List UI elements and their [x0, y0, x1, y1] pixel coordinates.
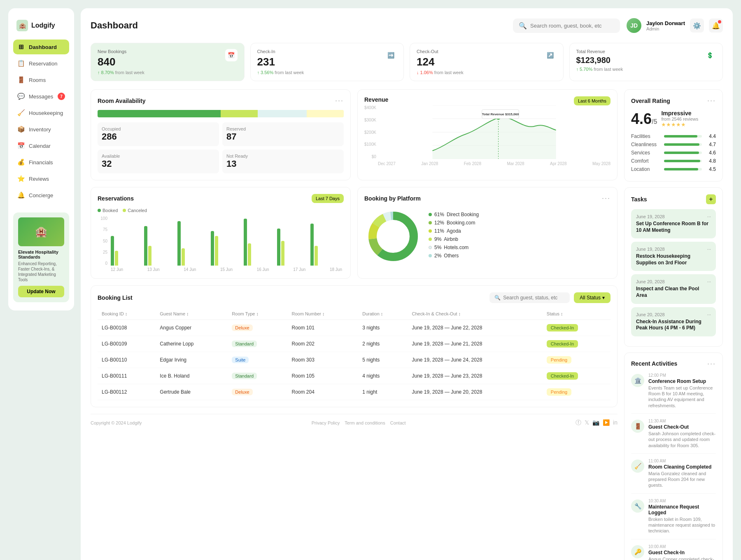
occupied-label: Occupied [102, 126, 215, 131]
facebook-icon[interactable]: ⓕ [576, 419, 581, 427]
stat-new-bookings: New Bookings 840 ↑ 8.70% from last week … [91, 43, 245, 81]
bar-group [211, 231, 242, 266]
room-number-cell: Room 101 [288, 320, 359, 336]
rating-bar-fill [664, 168, 698, 170]
sidebar-item-housekeeping[interactable]: 🧹 Housekeeping [13, 105, 69, 120]
platform-item: 2% Others [429, 253, 611, 259]
sidebar-item-label: Financials [29, 159, 53, 166]
booking-id-cell: LG-B00110 [98, 352, 156, 368]
revenue-chart-area: $400K $300K $200K $100K $0 [364, 105, 611, 166]
status-filter-button[interactable]: All Status ▾ [574, 292, 611, 303]
sidebar-item-reservation[interactable]: 📋 Reservation [13, 56, 69, 71]
activity-content: 11:30 AM Guest Check-Out Sarah Johnson c… [648, 419, 716, 448]
sidebar-item-dashboard[interactable]: ⊞ Dashboard [13, 40, 69, 54]
bar-group [310, 224, 342, 266]
recent-activities-card: Recent Activities ··· 🏛️ 12:00 PM Confer… [624, 352, 723, 560]
x-label: Mar 2028 [507, 161, 524, 166]
canceled-bar [182, 248, 185, 266]
booking-search-input[interactable] [503, 295, 565, 301]
notifications-button[interactable]: 🔔 [709, 19, 723, 33]
youtube-icon[interactable]: ▶️ [603, 419, 610, 427]
y-label: $100K [364, 142, 376, 147]
platform-list: 61% Direct Booking 12% Booking.com 11% A… [429, 212, 611, 261]
room-availability-card: Room Availability ··· Occupied [91, 89, 351, 180]
not-ready-segment [307, 110, 344, 117]
x-label: Feb 2028 [464, 161, 481, 166]
room-type-cell: Standard [228, 368, 287, 384]
settings-button[interactable]: ⚙️ [690, 19, 704, 33]
activities-menu[interactable]: ··· [707, 359, 716, 368]
terms-link[interactable]: Term and conditions [345, 420, 385, 425]
booked-bar [310, 224, 314, 266]
guest-name-cell: Edgar Irving [156, 352, 228, 368]
category-score: 4.5 [706, 166, 716, 172]
room-availability-title: Room Availability [98, 98, 145, 104]
activity-time: 11:30 AM [648, 419, 716, 423]
booking-id-cell: LG-B00112 [98, 384, 156, 400]
rating-label: Impressive [661, 110, 698, 117]
status-cell: Checked-In [543, 336, 611, 352]
booking-platform-menu[interactable]: ··· [602, 194, 611, 203]
donut-chart-area: 61% Direct Booking 12% Booking.com 11% A… [364, 208, 611, 265]
col-guest-name: Guest Name ↕ [156, 308, 228, 320]
instagram-icon[interactable]: 📷 [592, 419, 599, 427]
search-input[interactable] [530, 23, 614, 29]
rating-bar-bg [664, 168, 702, 170]
bar-y-axis: 1007550250 [98, 216, 109, 266]
activity-time: 12:00 PM [648, 373, 716, 378]
dates-cell: June 19, 2028 — June 20, 2028 [408, 384, 543, 400]
update-now-button[interactable]: Update Now [18, 286, 64, 297]
y-label: $0 [364, 154, 376, 159]
room-number-cell: Room 204 [288, 384, 359, 400]
sidebar-item-label: Calendar [29, 143, 51, 149]
activity-description: Angus Copper completed check-in process … [648, 556, 716, 560]
privacy-link[interactable]: Privacy Policy [312, 420, 340, 425]
col-status: Status ↕ [543, 308, 611, 320]
activity-title: Maintenance Request Logged [648, 504, 716, 516]
table-row: LG-B00108 Angus Copper Deluxe Room 101 3… [98, 320, 611, 336]
x-label: Jan 2028 [421, 161, 438, 166]
calendar-stat-icon: 📅 [225, 49, 238, 61]
contact-link[interactable]: Contact [390, 420, 406, 425]
rating-category-row: Cleanliness 4.7 [631, 142, 716, 147]
activity-list: 🏛️ 12:00 PM Conference Room Setup Events… [631, 373, 716, 560]
search-bar[interactable]: 🔍 [513, 19, 620, 33]
rating-menu[interactable]: ··· [707, 96, 716, 105]
revenue-period-button[interactable]: Last 6 Months [574, 96, 611, 105]
rating-reviews: from 2546 reviews [661, 117, 698, 121]
user-area: JD Jaylon Dorwart Admin ⚙️ 🔔 [627, 18, 723, 33]
sidebar-item-reviews[interactable]: ⭐ Reviews [13, 171, 69, 186]
booking-search[interactable]: 🔍 [489, 292, 570, 303]
tasks-card: Tasks + June 19, 2028··· Set Up Conferen… [624, 187, 723, 347]
user-info: Jaylon Dorwart Admin [646, 20, 685, 31]
task-item: June 19, 2028··· Set Up Conference Room … [631, 209, 716, 238]
reservations-period-button[interactable]: Last 7 Days [312, 194, 344, 203]
sidebar-item-inventory[interactable]: 📦 Inventory [13, 122, 69, 137]
category-name: Comfort [631, 158, 660, 164]
task-date: June 20, 2028··· [636, 312, 711, 317]
add-task-button[interactable]: + [706, 194, 716, 204]
category-name: Services [631, 150, 660, 156]
booking-list-card: Booking List 🔍 All Status ▾ Bo [91, 285, 618, 407]
platform-item: 9% Airbnb [429, 236, 611, 242]
sidebar-item-financials[interactable]: 💰 Financials [13, 155, 69, 170]
sidebar-item-concierge[interactable]: 🔔 Concierge [13, 188, 69, 203]
y-label: $400K [364, 105, 376, 110]
room-availability-menu[interactable]: ··· [335, 96, 344, 105]
room-type-cell: Suite [228, 352, 287, 368]
promo-card: 🏨 Elevate Hospitality Standards Enhanced… [13, 212, 69, 302]
y-axis-labels: $400K $300K $200K $100K $0 [364, 105, 378, 159]
rating-overall: 4.6/5 Impressive from 2546 reviews ★★★★★ [631, 110, 716, 128]
linkedin-icon[interactable]: in [613, 419, 618, 427]
svg-text:Total Revenue $315,060: Total Revenue $315,060 [482, 112, 519, 116]
not-ready-value: 13 [226, 159, 340, 169]
activity-icon: 🧹 [631, 460, 644, 473]
sidebar-item-calendar[interactable]: 📅 Calendar [13, 138, 69, 153]
sidebar-item-rooms[interactable]: 🚪 Rooms [13, 72, 69, 87]
promo-image: 🏨 [18, 217, 64, 246]
status-cell: Checked-In [543, 320, 611, 336]
rating-bar-bg [664, 152, 702, 154]
sidebar-item-messages[interactable]: 💬 Messages 7 [13, 89, 69, 104]
category-score: 4.4 [706, 133, 716, 139]
twitter-icon[interactable]: 𝕏 [585, 419, 589, 427]
